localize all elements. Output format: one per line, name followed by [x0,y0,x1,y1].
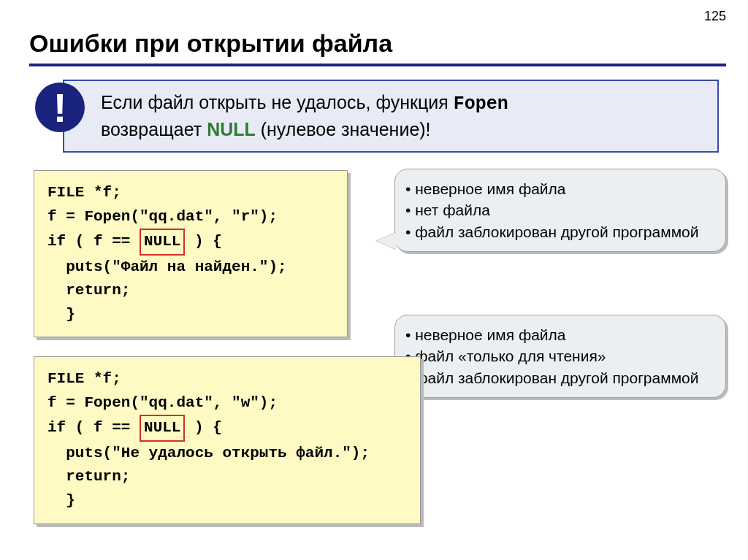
page-number: 125 [704,9,726,24]
alert-null-word: NULL [207,119,256,139]
content-area: FILE *f; f = Fopen("qq.dat", "r"); if ( … [29,170,726,524]
code-line: ) { [185,419,221,436]
null-highlight: NULL [140,229,185,256]
code-line: } [47,492,75,509]
code-line: if ( f == [47,233,140,250]
code-line: puts("Не удалось открыть файл."); [47,445,370,461]
code-line: return; [47,282,130,299]
alert-text-before: Если файл открыть не удалось, функция [101,92,454,112]
code-line: if ( f == [47,419,140,436]
list-item: неверное имя файла [416,324,712,345]
callout-write-errors: неверное имя файла файл «только для чтен… [394,315,726,398]
exclamation-icon: ! [35,83,85,132]
null-highlight: NULL [140,415,185,442]
alert-fopen-word: Fopen [454,93,508,115]
callout-tail-icon [376,232,397,250]
callout-read-errors: неверное имя файла нет файла файл заблок… [394,169,726,252]
alert-text-after: (нулевое значение)! [256,119,431,139]
list-item: неверное имя файла [416,178,712,199]
code-block-read: FILE *f; f = Fopen("qq.dat", "r"); if ( … [34,170,348,337]
alert-text-box: Если файл открыть не удалось, функция Fo… [63,80,719,153]
list-item: нет файла [416,199,712,220]
slide-title: Ошибки при открытии файла [29,29,726,58]
code-line: FILE *f; [47,184,121,201]
code-block-write: FILE *f; f = Fopen("qq.dat", "w"); if ( … [34,356,421,523]
list-item: файл «только для чтения» [416,345,712,367]
alert-callout: ! Если файл открыть не удалось, функция … [35,80,726,153]
code-line: f = Fopen("qq.dat", "r"); [47,208,278,225]
code-line: puts("Файл на найден."); [47,258,287,275]
code-line: return; [47,468,130,485]
code-line: f = Fopen("qq.dat", "w"); [47,394,278,411]
code-line: } [47,306,75,323]
alert-text-mid: возвращает [101,119,207,139]
title-underline [29,64,726,66]
list-item: файл заблокирован другой программой [416,367,712,388]
list-item: файл заблокирован другой программой [416,221,712,242]
code-line: FILE *f; [47,370,121,387]
code-line: ) { [185,233,221,250]
